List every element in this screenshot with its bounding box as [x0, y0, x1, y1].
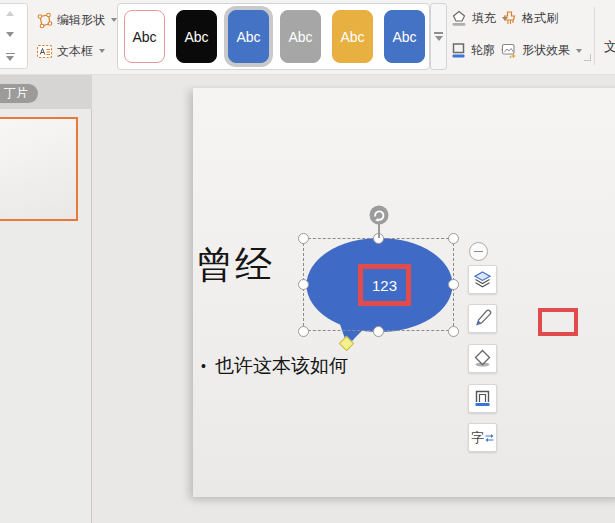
resize-handle-top-left[interactable]	[298, 233, 309, 244]
resize-handle-bottom[interactable]	[373, 326, 384, 337]
fill-icon	[450, 10, 468, 27]
resize-handle-left[interactable]	[298, 279, 309, 290]
gallery-more-icon[interactable]	[6, 53, 15, 62]
fill-button[interactable]: 填充	[450, 8, 508, 29]
style-swatch-3-selected[interactable]: Abc	[228, 10, 269, 63]
resize-handle-bottom-right[interactable]	[448, 326, 459, 337]
slides-tab-badge[interactable]: 丁片	[0, 84, 38, 103]
collapse-icon	[474, 251, 483, 253]
text-layout-icon: 字	[471, 431, 484, 444]
swatch-label: Abc	[184, 29, 208, 45]
style-swatch-5[interactable]: Abc	[332, 10, 373, 63]
rotate-handle[interactable]	[369, 205, 389, 225]
red-highlight-box-callout: 123	[358, 264, 411, 306]
rotation-handle-connector	[378, 224, 380, 238]
bucket-icon	[472, 348, 493, 369]
gallery-scroll-strip[interactable]	[0, 3, 28, 69]
text-box-button[interactable]: 文本框	[36, 40, 105, 62]
text-box-label: 文本框	[57, 43, 93, 60]
style-swatch-4[interactable]: Abc	[280, 10, 321, 63]
swatch-label: Abc	[236, 29, 260, 45]
app-window: 编辑形状 文本框 Abc Abc Abc Abc Abc	[0, 0, 615, 523]
resize-handle-right[interactable]	[448, 279, 459, 290]
toolbar-separator	[594, 7, 595, 65]
style-swatch-2[interactable]: Abc	[176, 10, 217, 63]
layers-icon	[472, 269, 493, 290]
swatch-label: Abc	[288, 29, 312, 45]
scroll-up-icon[interactable]	[6, 11, 14, 16]
red-highlight-box-empty	[538, 308, 578, 336]
dropdown-caret-icon	[99, 49, 105, 53]
brush-style-button[interactable]	[468, 304, 497, 333]
layers-button[interactable]	[468, 265, 497, 294]
swatch-label: Abc	[392, 29, 416, 45]
dropdown-caret-icon	[576, 49, 582, 53]
edit-shape-icon	[36, 12, 53, 29]
outline-button[interactable]: 轮廓	[450, 40, 507, 61]
style-swatch-6[interactable]: Abc	[384, 10, 425, 63]
bullet-text: 也许这本该如何	[215, 353, 348, 379]
outline-style-button[interactable]	[468, 384, 497, 413]
gallery-dropdown-button[interactable]	[430, 3, 447, 70]
dropdown-caret-icon	[435, 36, 443, 41]
bullet-paragraph[interactable]: • 也许这本该如何	[201, 353, 348, 379]
gallery-more-icon	[434, 32, 443, 34]
swatch-label: Abc	[340, 29, 364, 45]
frame-icon	[472, 388, 493, 409]
shape-effects-label: 形状效果	[522, 42, 570, 59]
edit-shape-label: 编辑形状	[57, 12, 105, 29]
format-painter-button[interactable]: 格式刷	[501, 8, 558, 29]
text-box-icon	[36, 43, 53, 60]
format-painter-label: 格式刷	[522, 10, 558, 27]
collapse-toolbar-button[interactable]	[469, 242, 488, 261]
scroll-down-icon[interactable]	[6, 32, 14, 37]
slide-title-text[interactable]: 曾经	[196, 240, 274, 290]
shape-style-gallery: Abc Abc Abc Abc Abc Abc	[117, 3, 430, 70]
style-swatch-1[interactable]: Abc	[124, 10, 165, 63]
shape-effects-button[interactable]: 形状效果	[501, 40, 582, 61]
ribbon-toolbar: 编辑形状 文本框 Abc Abc Abc Abc Abc	[0, 0, 615, 75]
resize-handle-top-right[interactable]	[448, 233, 459, 244]
bullet-marker: •	[201, 358, 206, 374]
group-corner-mark	[584, 54, 591, 61]
blue-arrows-icon	[485, 433, 494, 443]
callout-text[interactable]: 123	[372, 277, 397, 294]
outline-label: 轮廓	[471, 42, 495, 59]
format-painter-icon	[501, 10, 518, 27]
outline-icon	[450, 42, 467, 59]
slide-thumbnail-selected[interactable]	[0, 117, 78, 221]
edit-shape-button[interactable]: 编辑形状	[36, 9, 117, 31]
text-options-button[interactable]: 字	[468, 423, 497, 452]
fill-label: 填充	[472, 10, 496, 27]
fill-style-button[interactable]	[468, 344, 497, 373]
shape-effects-icon	[501, 42, 518, 59]
clipped-toolbar-label: 文	[604, 38, 615, 56]
resize-handle-bottom-left[interactable]	[298, 326, 309, 337]
swatch-label: Abc	[132, 29, 156, 45]
brush-icon	[472, 308, 493, 329]
